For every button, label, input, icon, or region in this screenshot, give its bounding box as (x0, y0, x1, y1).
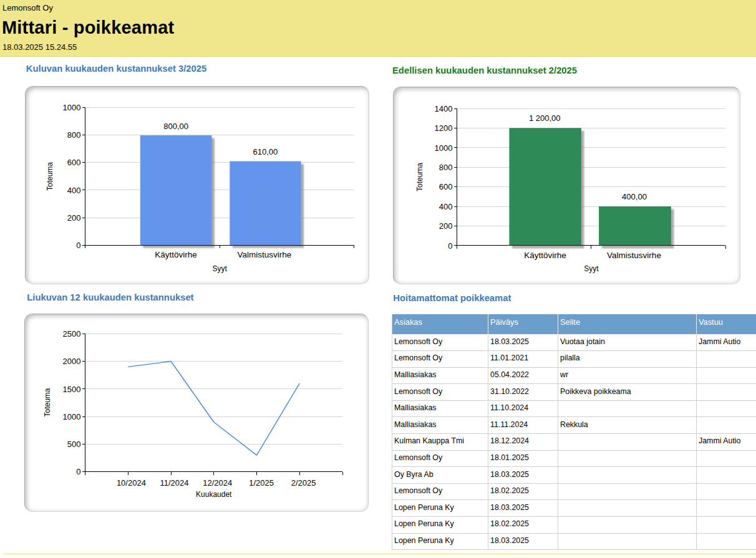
svg-text:600: 600 (439, 182, 453, 191)
svg-text:10/2024: 10/2024 (117, 478, 146, 487)
svg-text:400: 400 (67, 186, 81, 195)
svg-text:1000: 1000 (63, 411, 81, 421)
svg-text:Toteuma: Toteuma (415, 162, 424, 191)
svg-text:1 200,00: 1 200,00 (529, 113, 561, 123)
svg-text:12/2024: 12/2024 (203, 478, 232, 487)
svg-text:200: 200 (67, 213, 81, 223)
svg-text:Toteuma: Toteuma (46, 162, 54, 191)
svg-text:Käyttövirhe: Käyttövirhe (524, 250, 566, 259)
svg-text:200: 200 (439, 221, 453, 231)
svg-text:400,00: 400,00 (622, 192, 647, 201)
svg-text:2/2025: 2/2025 (291, 478, 316, 487)
svg-text:0: 0 (448, 241, 452, 250)
svg-text:Valmistusvirhe: Valmistusvirhe (238, 250, 292, 259)
svg-text:1000: 1000 (434, 143, 452, 152)
svg-text:0: 0 (76, 241, 80, 250)
svg-text:1200: 1200 (434, 123, 452, 133)
svg-text:1400: 1400 (434, 103, 452, 113)
svg-text:1000: 1000 (63, 103, 81, 112)
svg-text:500: 500 (67, 440, 81, 449)
svg-text:Valmistusvirhe: Valmistusvirhe (607, 250, 661, 259)
svg-text:2000: 2000 (63, 357, 81, 366)
svg-text:1500: 1500 (63, 384, 81, 393)
svg-text:Toteuma: Toteuma (43, 388, 52, 416)
svg-text:0: 0 (76, 467, 80, 476)
svg-text:11/2024: 11/2024 (160, 478, 188, 487)
svg-text:Käyttövirhe: Käyttövirhe (155, 250, 197, 259)
svg-text:800,00: 800,00 (163, 122, 188, 131)
svg-text:Syyt: Syyt (212, 264, 227, 273)
svg-text:610,00: 610,00 (253, 147, 278, 156)
svg-text:Kuukaudet: Kuukaudet (196, 490, 232, 499)
svg-text:800: 800 (439, 162, 453, 171)
svg-text:400: 400 (439, 201, 453, 211)
svg-text:800: 800 (67, 130, 81, 140)
svg-text:2500: 2500 (63, 329, 81, 338)
svg-text:1/2025: 1/2025 (249, 478, 274, 487)
svg-text:Syyt: Syyt (584, 264, 599, 273)
svg-text:600: 600 (67, 158, 81, 167)
